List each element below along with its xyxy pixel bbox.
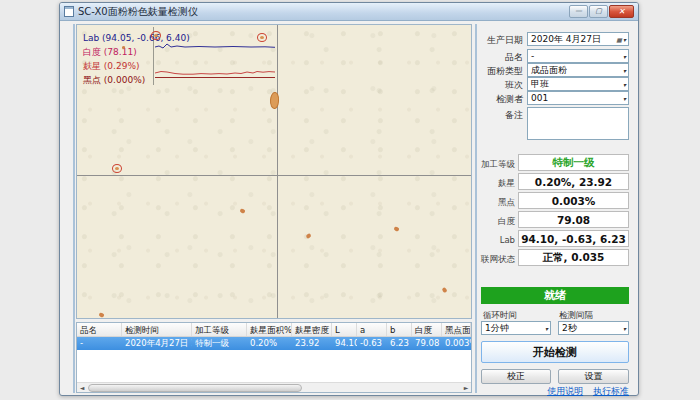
whiteness-value: 79.08: [518, 211, 629, 228]
bran-speck: [393, 226, 399, 232]
inspector-label: 检测者: [481, 93, 523, 106]
table-cell: 23.92: [292, 337, 332, 350]
history-table: 品名 检测时间 加工等级 麸星面积% 麸星密度 L a b 白度 黑点面积% -…: [76, 322, 472, 393]
product-name-value: -: [528, 51, 621, 61]
bran-speck: [98, 312, 104, 318]
start-detection-button[interactable]: 开始检测: [481, 341, 629, 363]
table-cell: 0.003%: [442, 337, 471, 350]
chevron-down-icon: ▾: [623, 95, 626, 102]
table-cell: 特制一级: [192, 337, 247, 350]
column-header[interactable]: 检测时间: [122, 323, 192, 336]
chevron-down-icon: ▾: [623, 67, 626, 74]
titlebar[interactable]: SC-X0面粉粉色麸量检测仪 — ▢ ✕: [60, 3, 638, 21]
black-spot-label: 黑点: [481, 197, 515, 209]
legend-whiteness: 白度 (78.11): [83, 45, 190, 59]
flour-type-select[interactable]: 成品面粉 ▾: [527, 63, 629, 77]
bran-label: 麸星: [481, 178, 515, 190]
shift-select[interactable]: 甲班 ▾: [527, 77, 629, 91]
legend-bran: 麸星 (0.29%): [83, 59, 190, 73]
table-cell: 0.20%: [247, 337, 292, 350]
table-horizontal-scrollbar[interactable]: ◄ ►: [77, 382, 471, 392]
trend-legend: Lab (94.05, -0.66, 6.40) 白度 (78.11) 麸星 (…: [83, 31, 190, 87]
scroll-right-icon[interactable]: ►: [461, 383, 471, 393]
column-header[interactable]: 麸星面积%: [247, 323, 292, 336]
bran-speck: [260, 36, 264, 39]
production-date-picker[interactable]: 2020年 4月27日 ▦▾: [527, 32, 629, 46]
cycle-time-value: 1分钟: [482, 322, 543, 335]
table-cell: -0.63: [357, 337, 387, 350]
column-header[interactable]: b: [387, 323, 412, 336]
interval-value: 2秒: [559, 322, 621, 335]
column-header[interactable]: 黑点面积%: [442, 323, 471, 336]
left-splitter: [73, 24, 75, 393]
table-cell: 6.23: [387, 337, 412, 350]
table-header-row: 品名 检测时间 加工等级 麸星面积% 麸星密度 L a b 白度 黑点面积%: [77, 323, 471, 337]
interval-select[interactable]: 2秒 ▾: [558, 321, 629, 335]
calendar-icon: ▦: [616, 36, 622, 43]
calibrate-button[interactable]: 校正: [481, 369, 551, 384]
chevron-down-icon: ▾: [623, 36, 626, 43]
scroll-left-icon[interactable]: ◄: [77, 383, 87, 393]
black-spot-value: 0.003%: [518, 192, 629, 209]
settings-button[interactable]: 设置: [558, 369, 629, 384]
close-button[interactable]: ✕: [609, 5, 634, 18]
window-title: SC-X0面粉粉色麸量检测仪: [78, 5, 568, 19]
standard-link[interactable]: 执行标准: [593, 386, 629, 396]
help-links: 使用说明 执行标准: [540, 385, 629, 398]
whiteness-label: 白度: [481, 216, 515, 228]
chevron-down-icon: ▾: [545, 325, 548, 332]
crosshair-horizontal: [77, 175, 472, 176]
remarks-label: 备注: [481, 109, 523, 122]
legend-lab: Lab (94.05, -0.66, 6.40): [83, 31, 190, 45]
bran-speck: [239, 208, 245, 214]
cycle-time-select[interactable]: 1分钟 ▾: [481, 321, 551, 335]
grade-value: 特制一级: [518, 154, 629, 171]
client-area: Lab (94.05, -0.66, 6.40) 白度 (78.11) 麸星 (…: [63, 22, 637, 394]
remarks-textarea[interactable]: [527, 107, 629, 140]
table-cell: 2020年4月27日 11:10: [122, 337, 192, 350]
bran-speck: [305, 233, 311, 239]
bran-speck: [442, 287, 448, 293]
bran-speck-ring: [112, 164, 122, 173]
chevron-down-icon: ▾: [623, 81, 626, 88]
status-banner: 就绪: [481, 287, 629, 304]
inspector-select[interactable]: 001 ▾: [527, 91, 629, 105]
right-splitter: [475, 24, 477, 393]
production-date-value: 2020年 4月27日: [528, 33, 614, 46]
table-row-selected[interactable]: - 2020年4月27日 11:10 特制一级 0.20% 23.92 94.1…: [77, 337, 471, 350]
product-name-select[interactable]: - ▾: [527, 49, 629, 63]
network-status-label: 联网状态: [481, 254, 515, 266]
sample-image-canvas: Lab (94.05, -0.66, 6.40) 白度 (78.11) 麸星 (…: [76, 24, 472, 319]
column-header[interactable]: 加工等级: [192, 323, 247, 336]
bran-speck: [154, 34, 158, 37]
inspector-value: 001: [528, 93, 621, 103]
legend-black-spot: 黑点 (0.000%): [83, 73, 190, 87]
column-header[interactable]: 白度: [412, 323, 442, 336]
scrollbar-thumb[interactable]: [88, 384, 302, 392]
column-header[interactable]: 麸星密度: [292, 323, 332, 336]
lab-label: Lab: [481, 235, 515, 245]
table-cell: 79.08: [412, 337, 442, 350]
lab-value: 94.10, -0.63, 6.23: [518, 230, 629, 247]
close-icon: ✕: [618, 8, 625, 16]
app-window: SC-X0面粉粉色麸量检测仪 — ▢ ✕ Lab (94.05, -0.66, …: [59, 2, 639, 396]
minimize-button[interactable]: —: [569, 5, 588, 18]
minimize-icon: —: [575, 8, 582, 15]
network-status-value: 正常, 0.035: [518, 249, 629, 266]
column-header[interactable]: 品名: [77, 323, 122, 336]
table-cell: 94.10: [332, 337, 357, 350]
shift-value: 甲班: [528, 78, 621, 91]
column-header[interactable]: L: [332, 323, 357, 336]
manual-link[interactable]: 使用说明: [547, 386, 583, 396]
bran-value: 0.20%, 23.92: [518, 173, 629, 190]
app-icon: [64, 6, 74, 17]
maximize-button[interactable]: ▢: [589, 5, 608, 18]
bran-speck-large: [269, 92, 279, 110]
control-panel: 生产日期 2020年 4月27日 ▦▾ 品名 - ▾ 面粉类型 成品面粉 ▾: [481, 22, 631, 394]
bran-speck-ring: [257, 33, 267, 42]
bran-speck: [115, 167, 119, 170]
maximize-icon: ▢: [595, 8, 602, 15]
crosshair-vertical: [277, 25, 278, 319]
production-date-label: 生产日期: [481, 34, 523, 47]
column-header[interactable]: a: [357, 323, 387, 336]
